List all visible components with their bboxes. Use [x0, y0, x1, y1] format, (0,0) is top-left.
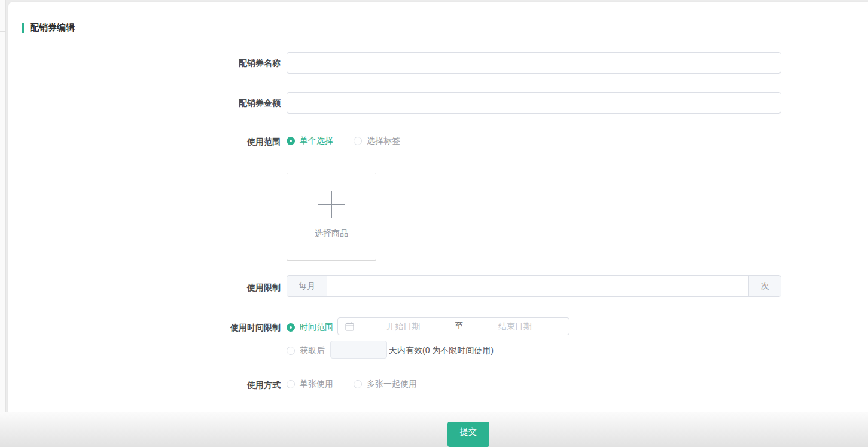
radio-after-acquire[interactable]: 获取后 [287, 345, 325, 356]
title-accent-bar [22, 23, 24, 33]
submit-button[interactable]: 提交 [447, 422, 489, 447]
end-date-input[interactable] [468, 322, 562, 331]
select-goods-picker[interactable]: 选择商品 [287, 173, 376, 261]
valid-days-note: 天内有效(0 为不限时间使用) [389, 345, 494, 356]
sidebar-divider [0, 59, 6, 59]
collapsed-sidebar-edge [0, 0, 6, 447]
usage-limit-label: 使用限制 [128, 281, 281, 293]
radio-multi-use[interactable]: 多张一起使用 [354, 379, 417, 390]
valid-days-input[interactable] [330, 341, 387, 359]
footer-zone [0, 412, 868, 447]
radio-selected-icon [287, 137, 295, 145]
radio-option-label: 获取后 [300, 345, 325, 356]
date-range-separator: 至 [450, 321, 468, 332]
start-date-input[interactable] [357, 322, 450, 331]
coupon-edit-card: 配销券编辑 配销券名称 配销券金额 使用范围 单个选择 选择标签 选择商品 使用… [8, 2, 868, 412]
radio-single-use[interactable]: 单张使用 [287, 379, 333, 390]
usage-limit-input[interactable] [327, 276, 748, 296]
radio-unselected-icon [354, 137, 362, 145]
sidebar-divider [0, 31, 6, 32]
usage-scope-label: 使用范围 [128, 136, 281, 148]
select-goods-label: 选择商品 [315, 228, 348, 239]
usage-scope-radio-group: 单个选择 选择标签 [287, 136, 400, 146]
coupon-name-label: 配销券名称 [128, 57, 281, 69]
days-valid-radio-row: 获取后 [287, 345, 325, 356]
usage-limit-suffix: 次 [748, 276, 781, 296]
radio-unselected-icon [354, 380, 362, 388]
plus-icon [318, 191, 345, 220]
sidebar-divider [0, 90, 6, 90]
usage-method-label: 使用方式 [128, 379, 281, 391]
time-range-radio-row: 时间范围 [287, 322, 333, 333]
radio-unselected-icon [287, 347, 295, 355]
calendar-icon [345, 322, 354, 331]
coupon-name-input[interactable] [287, 52, 781, 74]
radio-option-label: 多张一起使用 [367, 379, 417, 390]
radio-option-label: 时间范围 [300, 322, 333, 333]
coupon-amount-label: 配销券金额 [128, 97, 281, 109]
page-title: 配销券编辑 [22, 22, 75, 33]
radio-option-label: 选择标签 [367, 136, 400, 146]
coupon-amount-input[interactable] [287, 92, 781, 114]
radio-option-label: 单张使用 [300, 379, 333, 390]
usage-method-radio-group: 单张使用 多张一起使用 [287, 379, 417, 390]
radio-select-tag[interactable]: 选择标签 [354, 136, 400, 146]
page-title-text: 配销券编辑 [30, 22, 75, 33]
usage-limit-prefix: 每月 [287, 276, 327, 296]
date-range-picker[interactable]: 至 [337, 317, 569, 335]
radio-single-select[interactable]: 单个选择 [287, 136, 333, 146]
usage-limit-input-group: 每月 次 [287, 275, 781, 297]
time-limit-label: 使用时间限制 [128, 322, 281, 333]
radio-option-label: 单个选择 [300, 136, 333, 146]
radio-selected-icon [287, 323, 295, 332]
radio-time-range[interactable]: 时间范围 [287, 322, 333, 333]
radio-unselected-icon [287, 380, 295, 388]
